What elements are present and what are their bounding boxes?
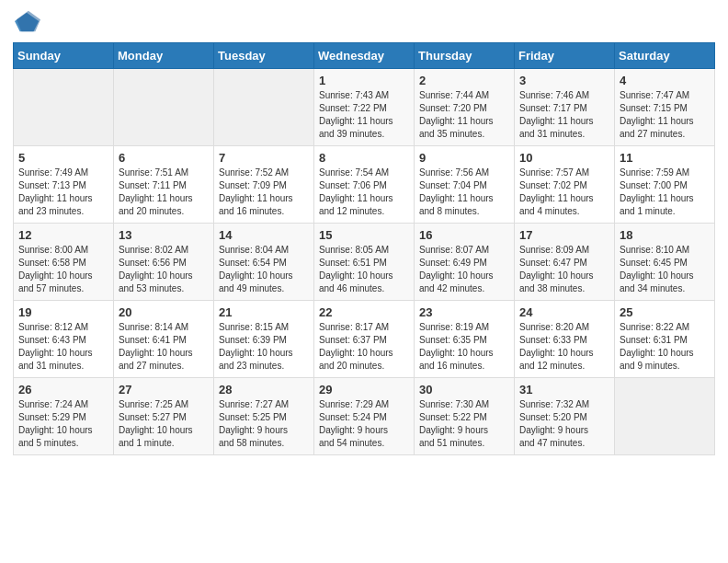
day-cell: 11Sunrise: 7:59 AM Sunset: 7:00 PM Dayli… [615,146,715,224]
day-info: Sunrise: 7:56 AM Sunset: 7:04 PM Dayligh… [419,167,509,218]
day-info: Sunrise: 7:32 AM Sunset: 5:20 PM Dayligh… [519,398,609,450]
day-cell: 17Sunrise: 8:09 AM Sunset: 6:47 PM Dayli… [515,224,615,301]
logo [13,9,40,35]
day-number: 31 [519,383,609,396]
day-info: Sunrise: 8:20 AM Sunset: 6:33 PM Dayligh… [519,321,609,373]
day-info: Sunrise: 8:17 AM Sunset: 6:37 PM Dayligh… [319,321,409,373]
day-info: Sunrise: 7:24 AM Sunset: 5:29 PM Dayligh… [18,398,108,450]
day-cell: 13Sunrise: 8:02 AM Sunset: 6:56 PM Dayli… [114,224,214,301]
day-cell: 9Sunrise: 7:56 AM Sunset: 7:04 PM Daylig… [415,146,515,224]
day-number: 18 [620,228,710,242]
week-row-3: 19Sunrise: 8:12 AM Sunset: 6:43 PM Dayli… [14,301,715,378]
day-info: Sunrise: 8:09 AM Sunset: 6:47 PM Dayligh… [519,244,609,295]
header-area [13,9,715,35]
day-cell: 4Sunrise: 7:47 AM Sunset: 7:15 PM Daylig… [615,69,715,146]
week-row-0: 1Sunrise: 7:43 AM Sunset: 7:22 PM Daylig… [14,69,715,146]
day-number: 9 [419,151,509,165]
week-row-2: 12Sunrise: 8:00 AM Sunset: 6:58 PM Dayli… [14,224,715,301]
day-number: 26 [18,383,108,396]
day-number: 16 [419,228,509,242]
day-number: 10 [519,151,609,165]
day-cell: 22Sunrise: 8:17 AM Sunset: 6:37 PM Dayli… [314,301,415,378]
day-info: Sunrise: 7:25 AM Sunset: 5:27 PM Dayligh… [119,398,209,450]
week-row-4: 26Sunrise: 7:24 AM Sunset: 5:29 PM Dayli… [14,378,715,455]
day-number: 5 [18,151,108,165]
day-number: 23 [419,305,509,319]
header-monday: Monday [114,43,214,69]
day-cell: 12Sunrise: 8:00 AM Sunset: 6:58 PM Dayli… [14,224,114,301]
day-info: Sunrise: 7:30 AM Sunset: 5:22 PM Dayligh… [419,398,509,450]
day-cell: 18Sunrise: 8:10 AM Sunset: 6:45 PM Dayli… [615,224,715,301]
day-info: Sunrise: 7:43 AM Sunset: 7:22 PM Dayligh… [319,89,409,141]
day-cell: 24Sunrise: 8:20 AM Sunset: 6:33 PM Dayli… [515,301,615,378]
calendar-wrapper: SundayMondayTuesdayWednesdayThursdayFrid… [0,0,728,468]
day-info: Sunrise: 7:27 AM Sunset: 5:25 PM Dayligh… [219,398,309,450]
header-thursday: Thursday [415,43,515,69]
header-wednesday: Wednesday [314,43,415,69]
day-cell: 14Sunrise: 8:04 AM Sunset: 6:54 PM Dayli… [214,224,314,301]
week-row-1: 5Sunrise: 7:49 AM Sunset: 7:13 PM Daylig… [14,146,715,224]
day-info: Sunrise: 7:51 AM Sunset: 7:11 PM Dayligh… [119,167,209,218]
day-number: 12 [18,228,108,242]
day-cell: 25Sunrise: 8:22 AM Sunset: 6:31 PM Dayli… [615,301,715,378]
day-info: Sunrise: 7:29 AM Sunset: 5:24 PM Dayligh… [319,398,409,450]
day-cell: 21Sunrise: 8:15 AM Sunset: 6:39 PM Dayli… [214,301,314,378]
day-cell: 20Sunrise: 8:14 AM Sunset: 6:41 PM Dayli… [114,301,214,378]
day-info: Sunrise: 7:44 AM Sunset: 7:20 PM Dayligh… [419,89,509,141]
day-cell: 28Sunrise: 7:27 AM Sunset: 5:25 PM Dayli… [214,378,314,455]
day-cell: 23Sunrise: 8:19 AM Sunset: 6:35 PM Dayli… [415,301,515,378]
day-info: Sunrise: 7:59 AM Sunset: 7:00 PM Dayligh… [620,167,710,218]
day-info: Sunrise: 7:54 AM Sunset: 7:06 PM Dayligh… [319,167,409,218]
day-info: Sunrise: 7:46 AM Sunset: 7:17 PM Dayligh… [519,89,609,141]
day-info: Sunrise: 8:19 AM Sunset: 6:35 PM Dayligh… [419,321,509,373]
day-cell [14,69,114,146]
day-cell [615,378,715,455]
day-number: 25 [620,305,710,319]
header-friday: Friday [515,43,615,69]
day-info: Sunrise: 7:47 AM Sunset: 7:15 PM Dayligh… [620,89,710,141]
header-saturday: Saturday [615,43,715,69]
day-number: 4 [620,74,710,87]
day-number: 6 [119,151,209,165]
day-cell [214,69,314,146]
day-cell: 10Sunrise: 7:57 AM Sunset: 7:02 PM Dayli… [515,146,615,224]
day-number: 1 [319,74,409,87]
day-number: 14 [219,228,309,242]
logo-icon [15,9,40,35]
day-info: Sunrise: 8:15 AM Sunset: 6:39 PM Dayligh… [219,321,309,373]
day-info: Sunrise: 8:00 AM Sunset: 6:58 PM Dayligh… [18,244,108,295]
day-info: Sunrise: 8:10 AM Sunset: 6:45 PM Dayligh… [620,244,710,295]
day-cell: 3Sunrise: 7:46 AM Sunset: 7:17 PM Daylig… [515,69,615,146]
day-cell: 30Sunrise: 7:30 AM Sunset: 5:22 PM Dayli… [415,378,515,455]
header-tuesday: Tuesday [214,43,314,69]
day-cell [114,69,214,146]
day-number: 30 [419,383,509,396]
day-number: 28 [219,383,309,396]
day-number: 27 [119,383,209,396]
day-info: Sunrise: 8:07 AM Sunset: 6:49 PM Dayligh… [419,244,509,295]
day-info: Sunrise: 7:49 AM Sunset: 7:13 PM Dayligh… [18,167,108,218]
day-number: 11 [620,151,710,165]
day-info: Sunrise: 7:52 AM Sunset: 7:09 PM Dayligh… [219,167,309,218]
day-cell: 6Sunrise: 7:51 AM Sunset: 7:11 PM Daylig… [114,146,214,224]
day-info: Sunrise: 8:05 AM Sunset: 6:51 PM Dayligh… [319,244,409,295]
day-cell: 16Sunrise: 8:07 AM Sunset: 6:49 PM Dayli… [415,224,515,301]
day-number: 2 [419,74,509,87]
day-info: Sunrise: 8:02 AM Sunset: 6:56 PM Dayligh… [119,244,209,295]
day-info: Sunrise: 7:57 AM Sunset: 7:02 PM Dayligh… [519,167,609,218]
day-cell: 2Sunrise: 7:44 AM Sunset: 7:20 PM Daylig… [415,69,515,146]
day-number: 20 [119,305,209,319]
day-cell: 26Sunrise: 7:24 AM Sunset: 5:29 PM Dayli… [14,378,114,455]
day-number: 8 [319,151,409,165]
day-info: Sunrise: 8:22 AM Sunset: 6:31 PM Dayligh… [620,321,710,373]
day-number: 13 [119,228,209,242]
day-number: 19 [18,305,108,319]
day-info: Sunrise: 8:12 AM Sunset: 6:43 PM Dayligh… [18,321,108,373]
day-info: Sunrise: 8:14 AM Sunset: 6:41 PM Dayligh… [119,321,209,373]
day-cell: 29Sunrise: 7:29 AM Sunset: 5:24 PM Dayli… [314,378,415,455]
day-cell: 15Sunrise: 8:05 AM Sunset: 6:51 PM Dayli… [314,224,415,301]
day-number: 22 [319,305,409,319]
day-cell: 1Sunrise: 7:43 AM Sunset: 7:22 PM Daylig… [314,69,415,146]
day-cell: 19Sunrise: 8:12 AM Sunset: 6:43 PM Dayli… [14,301,114,378]
day-cell: 31Sunrise: 7:32 AM Sunset: 5:20 PM Dayli… [515,378,615,455]
